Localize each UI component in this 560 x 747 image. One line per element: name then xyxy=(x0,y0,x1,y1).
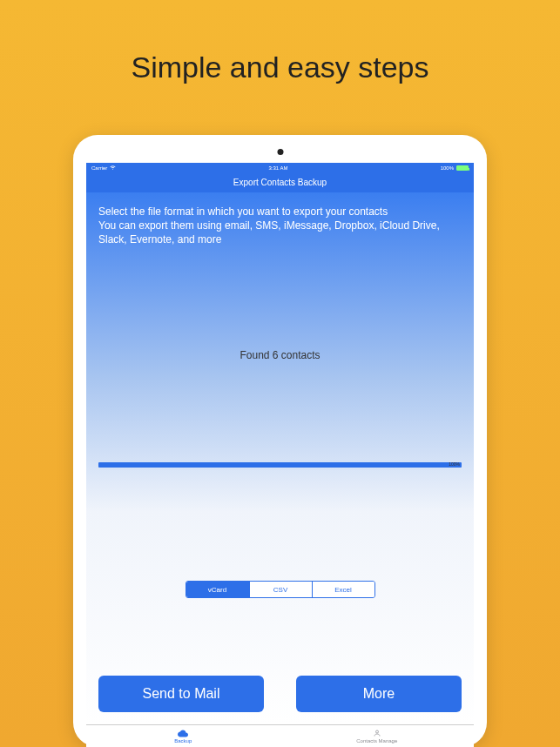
send-to-mail-button[interactable]: Send to Mail xyxy=(98,676,264,712)
instruction-line-1: Select the file format in which you want… xyxy=(98,205,462,219)
tab-bar: Backup Contacts Manage xyxy=(86,724,474,747)
ipad-camera-dot xyxy=(277,149,283,155)
instructions-block: Select the file format in which you want… xyxy=(86,192,474,247)
format-option-vcard[interactable]: vCard xyxy=(186,582,249,597)
tab-backup-label: Backup xyxy=(174,738,192,744)
more-button[interactable]: More xyxy=(296,676,462,712)
nav-title: Export Contacts Backup xyxy=(233,178,327,187)
carrier-label: Carrier xyxy=(91,165,107,171)
contacts-icon xyxy=(372,729,382,737)
hero-title: Simple and easy steps xyxy=(0,0,560,84)
main-content: Select the file format in which you want… xyxy=(86,192,474,724)
battery-percent: 100% xyxy=(441,165,454,171)
svg-point-0 xyxy=(375,730,378,733)
instruction-line-2: You can export them using email, SMS, iM… xyxy=(98,219,462,246)
cloud-icon xyxy=(178,729,188,737)
tab-backup[interactable]: Backup xyxy=(86,725,280,747)
format-option-excel[interactable]: Excel xyxy=(312,582,374,597)
progress-bar: 100% xyxy=(98,462,462,468)
status-right: 100% xyxy=(441,165,469,171)
ipad-screen: Carrier 3:31 AM 100% Export Contacts Bac… xyxy=(86,163,474,747)
ipad-device-frame: Carrier 3:31 AM 100% Export Contacts Bac… xyxy=(73,135,487,747)
format-option-csv[interactable]: CSV xyxy=(249,582,312,597)
format-segmented-control[interactable]: vCard CSV Excel xyxy=(186,581,375,598)
progress-percent-label: 100% xyxy=(449,461,460,467)
status-time: 3:31 AM xyxy=(268,165,287,171)
tab-contacts-manage-label: Contacts Manage xyxy=(356,738,397,744)
tab-contacts-manage[interactable]: Contacts Manage xyxy=(280,725,475,747)
nav-bar: Export Contacts Backup xyxy=(86,173,474,192)
action-buttons-row: Send to Mail More xyxy=(98,676,462,712)
battery-icon xyxy=(456,165,469,171)
progress-bar-container: 100% xyxy=(98,462,462,468)
contacts-found-label: Found 6 contacts xyxy=(86,349,474,361)
status-left: Carrier xyxy=(91,165,116,172)
wifi-icon xyxy=(110,165,116,172)
status-bar: Carrier 3:31 AM 100% xyxy=(86,163,474,173)
